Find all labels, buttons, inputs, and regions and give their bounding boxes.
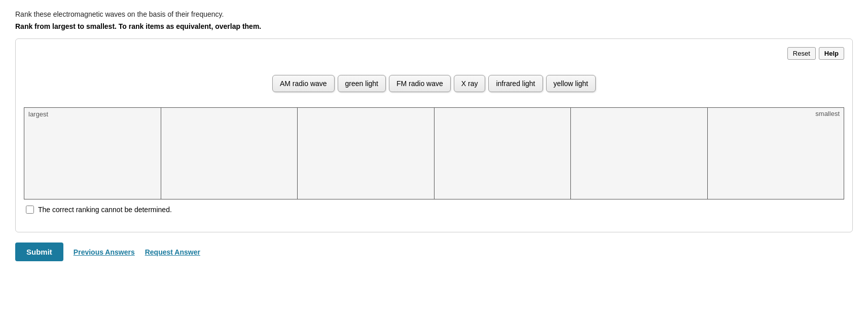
ranking-container: Reset Help AM radio wave green light FM … — [15, 38, 853, 232]
bottom-bar: Submit Previous Answers Request Answer — [15, 243, 853, 261]
cannot-determine-row: The correct ranking cannot be determined… — [24, 206, 844, 214]
drag-item-x-ray[interactable]: X ray — [454, 75, 486, 92]
ranking-cell-3[interactable] — [298, 108, 435, 199]
ranking-cell-2[interactable] — [161, 108, 298, 199]
previous-answers-button[interactable]: Previous Answers — [74, 248, 135, 256]
ranking-cell-4[interactable] — [435, 108, 571, 199]
smallest-label: smallest — [813, 109, 842, 118]
ranking-cell-6[interactable]: smallest — [708, 108, 844, 199]
drag-items-area: AM radio wave green light FM radio wave … — [24, 75, 844, 92]
submit-button[interactable]: Submit — [15, 243, 63, 261]
help-button[interactable]: Help — [819, 47, 844, 60]
instruction-line2: Rank from largest to smallest. To rank i… — [15, 22, 853, 30]
ranking-cell-5[interactable] — [571, 108, 708, 199]
top-bar: Reset Help — [24, 47, 844, 60]
cannot-determine-label: The correct ranking cannot be determined… — [38, 206, 172, 214]
cannot-determine-checkbox[interactable] — [26, 206, 34, 214]
reset-button[interactable]: Reset — [787, 47, 816, 60]
drag-item-fm-radio-wave[interactable]: FM radio wave — [389, 75, 451, 92]
ranking-cell-1[interactable]: largest — [24, 108, 161, 199]
largest-label: largest — [26, 109, 50, 119]
drag-item-infrared-light[interactable]: infrared light — [488, 75, 542, 92]
drag-item-yellow-light[interactable]: yellow light — [546, 75, 596, 92]
drag-item-green-light[interactable]: green light — [338, 75, 386, 92]
request-answer-button[interactable]: Request Answer — [145, 248, 200, 256]
ranking-grid: largest smallest — [24, 107, 844, 199]
drag-item-am-radio-wave[interactable]: AM radio wave — [272, 75, 335, 92]
instruction-line1: Rank these electromagnetic waves on the … — [15, 10, 853, 18]
